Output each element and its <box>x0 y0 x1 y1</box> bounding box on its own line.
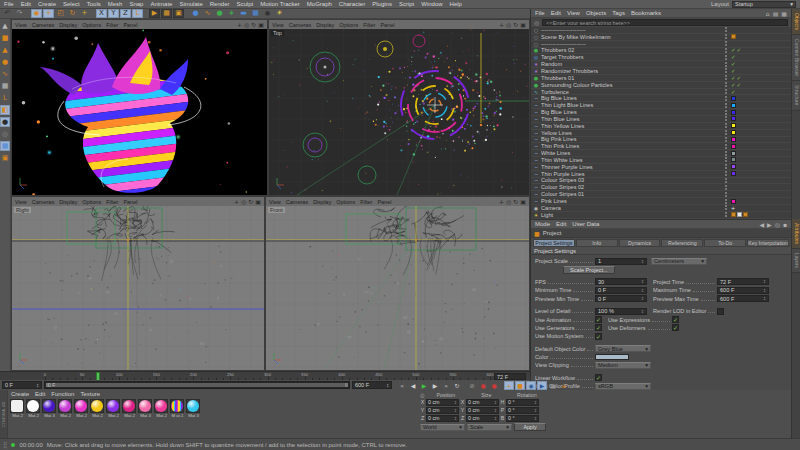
checkbox-checked[interactable]: ✓ <box>595 374 602 381</box>
maximize-view-icon[interactable]: ▣ <box>255 198 261 205</box>
rotate-tool-icon[interactable]: ↻ <box>67 9 78 18</box>
maximize-view-icon[interactable]: ▣ <box>258 21 264 28</box>
record-objects-icon[interactable]: ◉ <box>526 381 536 390</box>
undo-icon[interactable]: ↶ <box>2 9 13 18</box>
visibility-dots-icon[interactable] <box>725 116 727 121</box>
render-region-icon[interactable]: ▦ <box>161 9 172 18</box>
goto-start-icon[interactable]: « <box>397 381 407 390</box>
om-home-icon[interactable]: ⌂ <box>766 10 770 17</box>
move-tool-icon[interactable]: + <box>43 9 54 18</box>
coordinate-system-icon[interactable]: L <box>132 9 143 18</box>
enabled-check-icon[interactable]: ✓ <box>737 47 742 53</box>
display-color-swatch[interactable] <box>731 116 736 121</box>
display-color-swatch[interactable] <box>731 144 736 149</box>
light-tag-icon[interactable] <box>743 212 748 217</box>
visibility-dots-icon[interactable] <box>725 34 727 39</box>
stepper-icon[interactable]: ↕ <box>641 259 644 264</box>
value-field[interactable]: 600 F↕ <box>717 295 769 302</box>
display-color-swatch[interactable] <box>731 171 736 176</box>
previous-frame-icon[interactable]: ◀ <box>408 381 418 390</box>
axis-mode-icon[interactable]: L <box>0 93 10 103</box>
visibility-dots-icon[interactable] <box>725 192 727 197</box>
add-camera-icon[interactable]: ◉ <box>262 9 273 18</box>
am-menu-edit[interactable]: Edit <box>556 221 566 227</box>
current-frame-field[interactable]: 72 F <box>494 373 526 380</box>
autokeying-icon[interactable]: + <box>504 381 514 390</box>
visibility-dots-icon[interactable] <box>725 205 727 210</box>
add-cone-icon[interactable]: ▲ <box>0 45 10 55</box>
range-grip-right[interactable] <box>345 383 348 387</box>
enabled-check-icon[interactable]: ✓ <box>737 75 742 81</box>
viewport-top-canvas[interactable]: Top <box>269 29 529 195</box>
stepper-icon[interactable]: ↕ <box>534 408 537 413</box>
scale-tool-icon[interactable]: ◰ <box>55 9 66 18</box>
vp-perspective-menu-options[interactable]: Options <box>82 22 101 28</box>
viewport-front-canvas[interactable]: Front <box>266 206 529 370</box>
add-spline-icon[interactable]: ∿ <box>202 9 213 18</box>
menu-simulate[interactable]: Simulate <box>179 1 202 7</box>
stepper-icon[interactable]: ↕ <box>641 288 644 293</box>
coordinate-field[interactable]: 0 cm↕ <box>466 399 499 406</box>
add-cube-icon[interactable]: ■ <box>0 33 10 43</box>
material-item-8[interactable]: Mat.2 <box>122 399 137 418</box>
panel-tab-content-browser[interactable]: Content Browser <box>792 35 800 81</box>
visibility-dots-icon[interactable] <box>725 123 727 128</box>
value-field[interactable]: 1↕ <box>595 258 647 265</box>
enabled-check-icon[interactable]: ✓ <box>737 82 742 88</box>
mat-menu-texture[interactable]: Texture <box>80 391 100 397</box>
om-menu-view[interactable]: View <box>567 10 580 16</box>
enabled-check-icon[interactable]: ✓ <box>731 82 736 88</box>
dropdown-grey-blue[interactable]: Grey Blue▾ <box>595 345 651 352</box>
rotate-view-icon[interactable]: ↻ <box>513 198 518 205</box>
stepper-icon[interactable]: ↕ <box>763 279 766 284</box>
y-axis-lock-icon[interactable]: Y <box>108 9 119 18</box>
display-color-swatch[interactable] <box>731 96 736 101</box>
visibility-dots-icon[interactable] <box>725 137 727 142</box>
display-color-swatch[interactable] <box>731 199 736 204</box>
visibility-dots-icon[interactable] <box>725 164 727 169</box>
material-item-4[interactable]: Mat.2 <box>58 399 73 418</box>
menu-help[interactable]: Help <box>450 1 462 7</box>
vp-front-menu-display[interactable]: Display <box>313 199 331 205</box>
menu-window[interactable]: Window <box>421 1 442 7</box>
visibility-dots-icon[interactable] <box>725 62 727 67</box>
subdivide-icon[interactable]: ▦ <box>0 81 10 91</box>
paint-icon[interactable]: ◧ <box>0 105 10 115</box>
menu-file[interactable]: File <box>4 1 14 7</box>
am-back-icon[interactable]: ◀ <box>759 221 764 228</box>
checkbox-checked[interactable]: ✓ <box>595 316 602 323</box>
zoom-view-icon[interactable]: ◎ <box>506 21 511 28</box>
material-item-9[interactable]: Mat.3 <box>138 399 153 418</box>
panel-tab-layers[interactable]: Layers <box>792 249 800 273</box>
enabled-check-icon[interactable]: ✓ <box>731 54 736 60</box>
stepper-icon[interactable]: ↕ <box>494 400 497 405</box>
visibility-dots-icon[interactable] <box>725 178 727 183</box>
loop-icon[interactable]: ↻ <box>452 381 462 390</box>
record-disabled-icon[interactable]: ⊘ <box>467 381 477 390</box>
stepper-icon[interactable]: ↕ <box>534 400 537 405</box>
last-tool-icon[interactable]: + <box>79 9 90 18</box>
vp-top-menu-cameras[interactable]: Cameras <box>289 22 311 28</box>
solo-icon[interactable]: ≡ <box>559 381 569 390</box>
visibility-dots-icon[interactable] <box>725 96 727 101</box>
stepper-icon[interactable]: ↕ <box>454 408 457 413</box>
pan-view-icon[interactable]: + <box>237 21 242 28</box>
display-color-swatch[interactable] <box>731 103 736 108</box>
om-menu-bookmarks[interactable]: Bookmarks <box>631 10 661 16</box>
dropdown-srgb[interactable]: sRGB▾ <box>595 383 651 390</box>
menu-animate[interactable]: Animate <box>150 1 172 7</box>
visibility-dots-icon[interactable] <box>725 48 727 53</box>
visibility-dots-icon[interactable] <box>725 185 727 190</box>
timeline-ruler[interactable]: 72 F 05010015020025030035040045050055060… <box>0 371 530 380</box>
coordinate-field[interactable]: 0 cm↕ <box>426 407 459 414</box>
material-item-3[interactable]: Mat.3 <box>42 399 57 418</box>
material-item-10[interactable]: Mat.2 <box>154 399 169 418</box>
coordinate-field[interactable]: 0 cm↕ <box>466 407 499 414</box>
material-item-6[interactable]: Mat.2 <box>90 399 105 418</box>
material-item-1[interactable]: Mat.2 <box>10 399 25 418</box>
visibility-dots-icon[interactable] <box>725 75 727 80</box>
stepper-icon[interactable]: ↕ <box>454 400 457 405</box>
clone-icon[interactable]: ▣ <box>0 153 10 163</box>
coordinate-field[interactable]: 0 °↕ <box>506 407 539 414</box>
menu-render[interactable]: Render <box>210 1 230 7</box>
